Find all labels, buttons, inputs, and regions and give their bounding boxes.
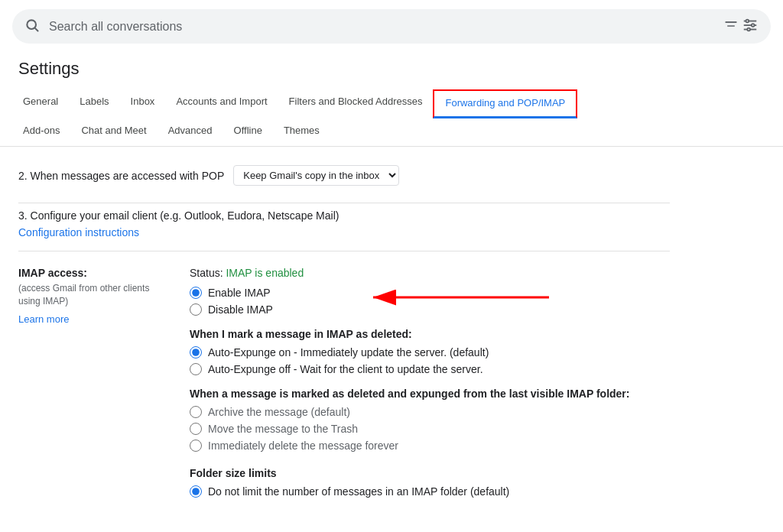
page-title: Settings [0,53,783,88]
tab-chat[interactable]: Chat and Meet [70,117,157,146]
imap-auto-expunge-off-item: Auto-Expunge off - Wait for the client t… [190,363,670,375]
pop-step2-section: 2. When messages are accessed with POP K… [18,159,670,203]
imap-delete-forever-item: Immediately delete the message forever [190,440,670,452]
trash-label: Move the message to the Trash [208,423,358,435]
auto-expunge-off-label: Auto-Expunge off - Wait for the client t… [208,363,483,375]
imap-deleted-question: When I mark a message in IMAP as deleted… [190,328,670,340]
imap-status-label: Status: [190,267,223,279]
pop-step3-desc: (e.g. Outlook, Eudora, Netscape Mail) [160,209,339,222]
imap-label: IMAP access: [18,267,171,279]
no-limit-label: Do not limit the number of messages in a… [208,485,509,498]
archive-label: Archive the message (default) [208,406,350,418]
archive-radio[interactable] [190,406,202,418]
pop-step2-label: 2. When messages are accessed with POP [18,170,224,182]
search-bar: Search all conversations [12,9,771,44]
imap-label-column: IMAP access: (access Gmail from other cl… [18,267,171,502]
imap-deleted-group: When I mark a message in IMAP as deleted… [190,328,670,375]
svg-point-9 [752,24,755,27]
imap-status-line: Status: IMAP is enabled [190,267,670,279]
auto-expunge-off-radio[interactable] [190,363,202,375]
svg-point-8 [746,20,749,23]
tab-forwarding[interactable]: Forwarding and POP/IMAP [433,89,577,118]
tabs-row-2: Add-ons Chat and Meet Advanced Offline T… [12,117,771,146]
folder-no-limit-item: Do not limit the number of messages in a… [190,485,670,498]
pop-step2-row: 2. When messages are accessed with POP K… [18,165,670,186]
pop-step3-label: 3. Configure your email client (e.g. Out… [18,209,670,222]
imap-settings-column: Status: IMAP is enabled Enable IMAP Disa… [190,267,670,502]
trash-radio[interactable] [190,423,202,435]
disable-imap-radio[interactable] [190,303,202,316]
search-placeholder[interactable]: Search all conversations [49,20,182,34]
configuration-instructions-link[interactable]: Configuration instructions [18,226,139,238]
tab-filters[interactable]: Filters and Blocked Addresses [278,88,434,117]
imap-expunge-question: When a message is marked as deleted and … [190,388,670,400]
svg-point-10 [747,28,750,31]
imap-expunge-group: When a message is marked as deleted and … [190,388,670,452]
auto-expunge-on-label: Auto-Expunge on - Immediately update the… [208,346,489,358]
imap-learn-more-link[interactable]: Learn more [18,313,69,325]
imap-desc: (access Gmail from other clients using I… [18,282,171,308]
tab-addons[interactable]: Add-ons [12,117,70,146]
enable-imap-label: Enable IMAP [208,287,271,299]
imap-status-container: Status: IMAP is enabled Enable IMAP Disa… [190,267,670,316]
filter-icon[interactable] [723,17,759,36]
pop-step3-section: 3. Configure your email client (e.g. Out… [18,203,670,251]
svg-line-1 [35,28,38,31]
main-content: 2. When messages are accessed with POP K… [0,147,688,530]
delete-forever-radio[interactable] [190,440,202,452]
imap-section: IMAP access: (access Gmail from other cl… [18,251,670,517]
tab-themes[interactable]: Themes [273,117,330,146]
delete-forever-label: Immediately delete the message forever [208,440,398,452]
tab-inbox[interactable]: Inbox [120,88,166,117]
enable-imap-radio-item: Enable IMAP [190,287,670,299]
no-limit-radio[interactable] [190,485,202,498]
imap-archive-item: Archive the message (default) [190,406,670,418]
auto-expunge-on-radio[interactable] [190,346,202,358]
tab-accounts[interactable]: Accounts and Import [165,88,278,117]
pop-step2-select[interactable]: Keep Gmail's copy in the inbox Archive G… [233,165,399,186]
folder-limits-section: Folder size limits Do not limit the numb… [190,464,670,498]
imap-auto-expunge-on-item: Auto-Expunge on - Immediately update the… [190,346,670,358]
tabs-row-1: General Labels Inbox Accounts and Import… [12,88,771,117]
tab-offline[interactable]: Offline [223,117,273,146]
disable-imap-radio-item: Disable IMAP [190,303,670,316]
imap-enable-disable-group: Enable IMAP Disable IMAP [190,287,670,316]
tab-labels[interactable]: Labels [69,88,119,117]
disable-imap-label: Disable IMAP [208,303,273,316]
imap-status-value: IMAP is enabled [226,267,304,279]
imap-trash-item: Move the message to the Trash [190,423,670,435]
folder-limits-title: Folder size limits [190,467,670,479]
tabs-container: General Labels Inbox Accounts and Import… [0,88,783,147]
enable-imap-radio[interactable] [190,287,202,299]
tab-general[interactable]: General [12,88,69,117]
search-icon [24,18,40,35]
tab-advanced[interactable]: Advanced [158,117,223,146]
